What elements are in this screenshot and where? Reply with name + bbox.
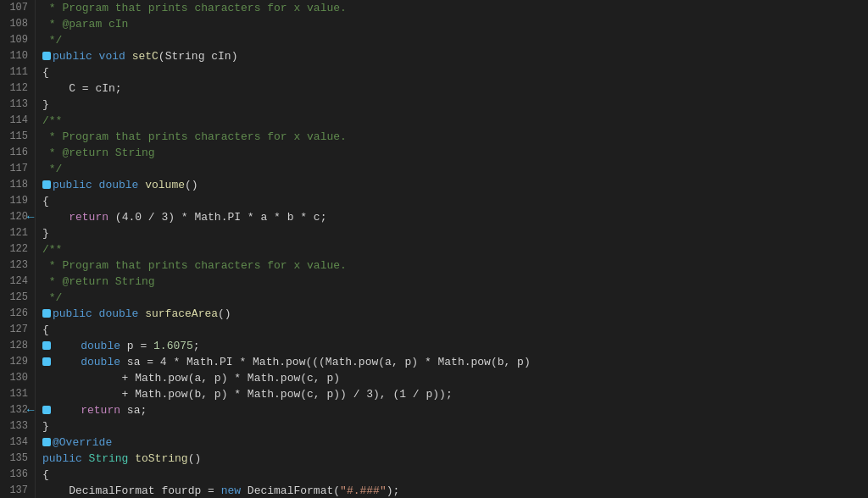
token: p = [127, 338, 153, 354]
code-line-120: ← return (4.0 / 3) * Math.PI * a * b * c… [42, 209, 868, 225]
token: */ [42, 290, 62, 306]
code-line-109: */ [42, 32, 868, 48]
line-number-132: 132 [3, 402, 28, 418]
code-line-137: @Override [42, 434, 868, 451]
token: public [53, 48, 99, 64]
token: for x value. [260, 0, 346, 16]
code-line-135: } [42, 418, 868, 434]
code-line-131: double sa = 4 * Math.PI * Math.pow(((Mat… [42, 354, 868, 370]
token: + Math.pow(b, p) * Math.pow(c, p)) / 3),… [42, 386, 453, 402]
token: (4.0 / 3) * Math.PI * a * b * c; [115, 209, 327, 225]
code-line-115: * Program that prints characters for x v… [42, 129, 868, 145]
code-line-124: * Program that prints characters for x v… [42, 257, 868, 274]
token: } [42, 225, 49, 241]
line-number-120: 120 [3, 209, 28, 225]
token: (String cIn) [159, 48, 238, 64]
dot-arrow-icon [42, 406, 51, 414]
code-line-133: + Math.pow(b, p) * Math.pow(c, p)) / 3),… [42, 386, 868, 402]
token: characters [194, 129, 260, 145]
code-line-128: public double surfaceArea() [42, 306, 868, 322]
code-line-129: { [42, 322, 868, 338]
token: return [54, 402, 127, 418]
code-line-130: double p = 1.6075; [42, 338, 868, 354]
token: * Program that prints [42, 129, 194, 145]
token: */ [42, 32, 62, 48]
token: /** [42, 113, 62, 129]
line-number-135: 135 [3, 451, 28, 467]
token: "#.###" [340, 483, 387, 498]
code-line-123: /** [42, 241, 868, 257]
token: * Program that prints [42, 0, 194, 16]
line-number-126: 126 [3, 306, 28, 322]
code-line-107: * Program that prints characters for x v… [42, 0, 868, 16]
token: + Math.pow(a, p) * Math.pow(c, p) [42, 370, 340, 386]
token: for x value. [260, 129, 346, 145]
token: { [42, 467, 49, 483]
dot-arrow-icon [42, 341, 51, 350]
code-editor: 1071081091101111121131141151161171181191… [0, 0, 868, 498]
token: public [42, 451, 89, 467]
token: volume [145, 177, 185, 193]
token: for x value. [260, 257, 346, 274]
token: new [221, 483, 248, 498]
code-line-118: public double volume() [42, 177, 868, 193]
method-icon [42, 180, 51, 189]
line-number-128: 128 [3, 338, 28, 354]
token: characters [194, 257, 260, 274]
line-number-123: 123 [3, 257, 28, 274]
code-line-110: public void setC(String cIn) [42, 48, 868, 64]
token: * @return String [42, 145, 155, 161]
token: C = cIn; [42, 80, 122, 97]
token: setC [132, 48, 159, 64]
line-number-127: 127 [3, 322, 28, 338]
line-number-133: 133 [3, 418, 28, 434]
token: public [53, 306, 99, 322]
token: } [42, 418, 49, 434]
code-line-117: */ [42, 161, 868, 177]
line-number-110: 110 [3, 48, 28, 64]
line-number-118: 118 [3, 177, 28, 193]
token: String [89, 451, 136, 467]
line-number-117: 117 [3, 161, 28, 177]
token: { [42, 64, 49, 80]
code-line-113: } [42, 97, 868, 113]
line-number-134: 134 [3, 434, 28, 451]
token: toString [135, 451, 187, 467]
token: { [42, 193, 49, 209]
code-line-119: { [42, 193, 868, 209]
token: void [99, 48, 132, 64]
code-line-121: } [42, 225, 868, 241]
token: DecimalFormat fourdp = [42, 483, 221, 498]
line-number-122: 122 [3, 241, 28, 257]
token: * @return String [42, 274, 155, 290]
code-line-116: * @return String [42, 145, 868, 161]
token: /** [42, 241, 62, 257]
token: double [54, 354, 127, 370]
code-line-134: ← return sa; [42, 402, 868, 418]
token: return [42, 209, 115, 225]
code-line-140: { [42, 467, 868, 483]
arrow-left-indicator: ← [27, 402, 34, 418]
token: ); [387, 483, 400, 498]
code-line-139: public String toString() [42, 451, 868, 467]
code-line-126: */ [42, 290, 868, 306]
line-number-109: 109 [3, 32, 28, 48]
token: double [99, 306, 146, 322]
token: () [218, 306, 231, 322]
line-number-108: 108 [3, 16, 28, 32]
token: 1.6075 [153, 338, 193, 354]
token: } [42, 97, 49, 113]
code-line-125: * @return String [42, 274, 868, 290]
token: () [188, 451, 202, 467]
token: surfaceArea [145, 306, 218, 322]
token: () [185, 177, 198, 193]
line-number-124: 124 [3, 274, 28, 290]
token: double [99, 177, 146, 193]
code-line-111: { [42, 64, 868, 80]
token: sa; [127, 402, 147, 418]
token: * Program that prints [42, 257, 194, 274]
dot-arrow-icon [42, 357, 51, 366]
line-number-137: 137 [3, 483, 28, 498]
code-line-108: * @param cIn [42, 16, 868, 32]
line-number-113: 113 [3, 97, 28, 113]
